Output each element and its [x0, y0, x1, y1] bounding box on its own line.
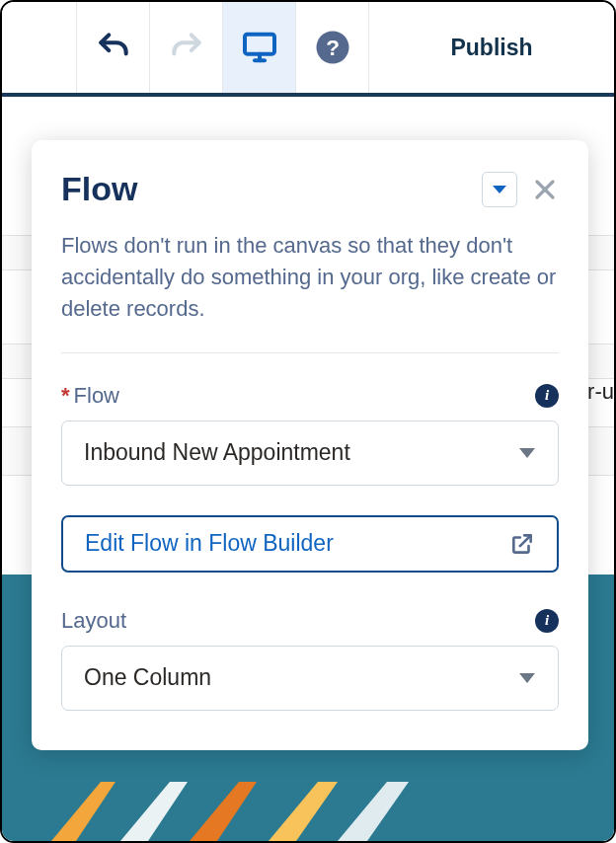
layout-field-label-row: Layout i	[61, 608, 559, 634]
panel-title: Flow	[61, 170, 482, 208]
svg-text:?: ?	[326, 36, 340, 60]
undo-button[interactable]	[77, 2, 150, 93]
flow-info-button[interactable]: i	[535, 384, 559, 408]
chevron-down-icon	[518, 446, 536, 460]
required-marker: *	[61, 383, 70, 408]
edit-flow-label: Edit Flow in Flow Builder	[85, 530, 334, 557]
flow-label-text: Flow	[74, 383, 119, 408]
info-icon: i	[545, 387, 549, 404]
panel-description: Flows don't run in the canvas so that th…	[61, 230, 559, 325]
flow-select-value: Inbound New Appointment	[84, 439, 350, 466]
background-text-fragment: r-u	[587, 379, 614, 405]
publish-button[interactable]: Publish	[369, 2, 614, 93]
desktop-icon	[240, 28, 279, 67]
undo-icon	[95, 29, 132, 66]
layout-select-value: One Column	[84, 664, 211, 691]
toolbar-spacer	[2, 2, 77, 93]
close-icon	[533, 178, 557, 201]
layout-field-label: Layout	[61, 608, 535, 634]
flow-select[interactable]: Inbound New Appointment	[61, 421, 559, 486]
redo-icon	[168, 29, 205, 66]
help-button[interactable]: ?	[296, 2, 369, 93]
info-icon: i	[545, 612, 549, 629]
help-icon: ?	[315, 30, 350, 65]
svg-rect-0	[245, 35, 274, 54]
flow-field-label: *Flow	[61, 383, 535, 409]
close-button[interactable]	[531, 176, 559, 203]
decorative-graphic	[41, 782, 417, 841]
panel-header: Flow	[61, 170, 559, 208]
collapse-button[interactable]	[482, 172, 517, 207]
divider	[61, 352, 559, 353]
flow-field-label-row: *Flow i	[61, 383, 559, 409]
component-property-panel: Flow Flows don't run in the canvas so th…	[32, 140, 588, 750]
layout-info-button[interactable]: i	[535, 609, 559, 633]
redo-button[interactable]	[150, 2, 223, 93]
layout-select[interactable]: One Column	[61, 646, 559, 711]
top-toolbar: ? Publish	[2, 2, 614, 97]
edit-flow-button[interactable]: Edit Flow in Flow Builder	[61, 515, 559, 573]
desktop-preview-button[interactable]	[223, 2, 296, 93]
chevron-down-icon	[492, 184, 507, 195]
external-link-icon	[509, 531, 535, 557]
chevron-down-icon	[518, 671, 536, 685]
